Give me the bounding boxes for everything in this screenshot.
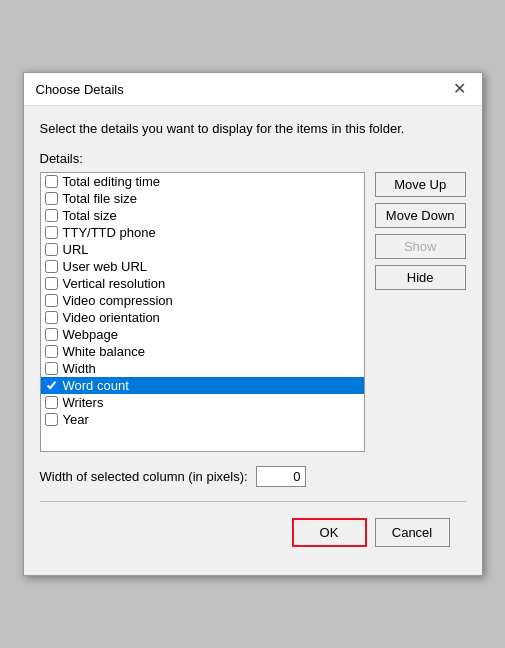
details-list[interactable]: Total editing timeTotal file sizeTotal s… [40, 172, 365, 452]
list-item-label: User web URL [63, 259, 148, 274]
move-down-button[interactable]: Move Down [375, 203, 466, 228]
list-item-checkbox[interactable] [45, 294, 58, 307]
cancel-button[interactable]: Cancel [375, 518, 450, 547]
show-button[interactable]: Show [375, 234, 466, 259]
dialog-title: Choose Details [36, 82, 124, 97]
list-item[interactable]: User web URL [41, 258, 364, 275]
divider [40, 501, 466, 502]
list-item-checkbox[interactable] [45, 345, 58, 358]
pixel-width-input[interactable] [256, 466, 306, 487]
list-item[interactable]: Webpage [41, 326, 364, 343]
list-item[interactable]: Width [41, 360, 364, 377]
list-item-label: Video orientation [63, 310, 160, 325]
list-item-label: Webpage [63, 327, 118, 342]
ok-button[interactable]: OK [292, 518, 367, 547]
action-buttons: Move Up Move Down Show Hide [375, 172, 466, 452]
footer-row: Width of selected column (in pixels): [40, 466, 466, 487]
dialog-body: Select the details you want to display f… [24, 106, 482, 574]
list-item-label: Total size [63, 208, 117, 223]
list-item-label: Total editing time [63, 174, 161, 189]
list-item-label: Total file size [63, 191, 137, 206]
list-item-checkbox[interactable] [45, 311, 58, 324]
hide-button[interactable]: Hide [375, 265, 466, 290]
list-item[interactable]: Video compression [41, 292, 364, 309]
list-item-checkbox[interactable] [45, 243, 58, 256]
list-item-checkbox[interactable] [45, 192, 58, 205]
list-item-label: Word count [63, 378, 129, 393]
main-area: Total editing timeTotal file sizeTotal s… [40, 172, 466, 452]
title-bar: Choose Details ✕ [24, 73, 482, 106]
list-item-label: TTY/TTD phone [63, 225, 156, 240]
list-item-checkbox[interactable] [45, 413, 58, 426]
list-item-checkbox[interactable] [45, 175, 58, 188]
list-item-label: Video compression [63, 293, 173, 308]
list-item-label: Year [63, 412, 89, 427]
description-text: Select the details you want to display f… [40, 120, 466, 138]
column-width-label: Width of selected column (in pixels): [40, 469, 248, 484]
list-item[interactable]: Total size [41, 207, 364, 224]
move-up-button[interactable]: Move Up [375, 172, 466, 197]
details-label: Details: [40, 151, 466, 166]
list-item-checkbox[interactable] [45, 277, 58, 290]
list-item[interactable]: Word count [41, 377, 364, 394]
list-item-checkbox[interactable] [45, 396, 58, 409]
list-item-label: Width [63, 361, 96, 376]
list-item-label: White balance [63, 344, 145, 359]
list-item-checkbox[interactable] [45, 328, 58, 341]
list-item-label: Writers [63, 395, 104, 410]
list-item-checkbox[interactable] [45, 362, 58, 375]
list-item-checkbox[interactable] [45, 379, 58, 392]
list-item[interactable]: Vertical resolution [41, 275, 364, 292]
list-item[interactable]: Writers [41, 394, 364, 411]
list-item[interactable]: Total editing time [41, 173, 364, 190]
list-item-checkbox[interactable] [45, 260, 58, 273]
list-item[interactable]: White balance [41, 343, 364, 360]
list-item[interactable]: Video orientation [41, 309, 364, 326]
choose-details-dialog: Choose Details ✕ Select the details you … [23, 72, 483, 575]
list-item-checkbox[interactable] [45, 209, 58, 222]
list-item-checkbox[interactable] [45, 226, 58, 239]
list-item-label: Vertical resolution [63, 276, 166, 291]
list-item[interactable]: URL [41, 241, 364, 258]
list-item[interactable]: Year [41, 411, 364, 428]
close-button[interactable]: ✕ [449, 81, 470, 97]
dialog-footer: OK Cancel [40, 512, 466, 561]
list-item[interactable]: TTY/TTD phone [41, 224, 364, 241]
list-item-label: URL [63, 242, 89, 257]
list-item[interactable]: Total file size [41, 190, 364, 207]
